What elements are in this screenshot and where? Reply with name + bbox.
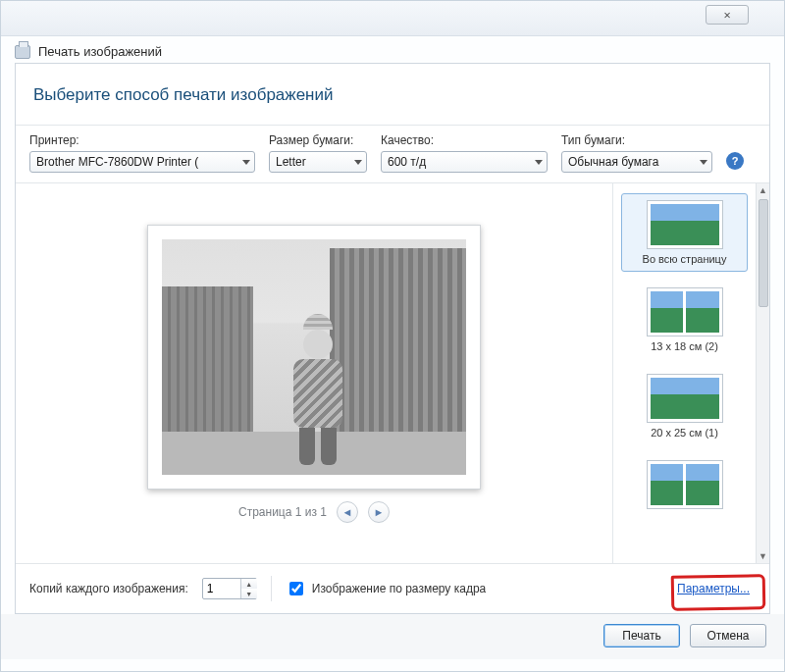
fit-frame-checkbox[interactable]: Изображение по размеру кадра [286,579,486,598]
photo-preview [162,239,466,475]
bottom-row: Копий каждого изображения: ▲ ▼ Изображен… [16,564,769,613]
options-row: Принтер: Brother MFC-7860DW Printer ( Ра… [16,126,769,183]
layout-thumb [647,374,723,423]
prev-page-button[interactable]: ◄ [337,501,358,523]
middle-area: Страница 1 из 1 ◄ ► Во всю страницу13 x … [16,183,769,564]
layouts-sidebar: Во всю страницу13 x 18 см (2)20 x 25 см … [612,183,769,563]
layout-thumb [647,460,723,509]
close-icon: ✕ [723,8,730,22]
chevron-down-icon [354,160,362,165]
printer-label: Принтер: [29,133,255,147]
layout-option[interactable] [621,454,748,519]
layout-option[interactable]: Во всю страницу [621,193,748,272]
paper-size-label: Размер бумаги: [269,133,367,147]
fit-frame-label: Изображение по размеру кадра [312,582,486,595]
printer-select[interactable]: Brother MFC-7860DW Printer ( [29,151,255,173]
copies-spinner[interactable]: ▲ ▼ [202,578,257,599]
scroll-thumb[interactable] [759,199,768,307]
layout-label: 20 x 25 см (1) [651,427,718,439]
paper-type-label: Тип бумаги: [561,133,712,147]
copies-down-button[interactable]: ▼ [241,589,257,598]
scroll-up-icon[interactable]: ▲ [757,183,769,197]
page-heading: Выберите способ печати изображений [16,64,769,126]
fit-frame-input[interactable] [289,582,303,595]
window-title: Печать изображений [38,44,162,59]
titlebar: ✕ [1,1,784,36]
print-pictures-dialog: ✕ Печать изображений Выберите способ печ… [0,0,785,672]
page-nav-text: Страница 1 из 1 [238,505,327,519]
help-icon[interactable]: ? [726,152,744,170]
layout-thumb [647,287,723,336]
printer-icon [15,45,30,59]
copies-up-button[interactable]: ▲ [241,579,257,589]
layout-label: Во всю страницу [643,253,727,265]
title-row: Печать изображений [1,36,784,63]
next-page-button[interactable]: ► [368,501,390,523]
dialog-buttons: Печать Отмена [1,614,784,659]
scroll-down-icon[interactable]: ▼ [757,549,769,563]
main-panel: Выберите способ печати изображений Принт… [15,63,770,614]
layout-thumb [647,200,723,249]
paper-type-value: Обычная бумага [568,155,658,169]
quality-label: Качество: [381,133,548,147]
preview-area: Страница 1 из 1 ◄ ► [16,183,612,563]
layout-option[interactable]: 20 x 25 см (1) [621,368,748,444]
print-button[interactable]: Печать [603,624,680,647]
paper-size-select[interactable]: Letter [269,151,367,173]
layout-label: 13 x 18 см (2) [651,340,718,352]
paper-size-value: Letter [276,155,306,169]
page-preview [147,225,481,490]
scrollbar[interactable]: ▲ ▼ [756,183,769,563]
quality-select[interactable]: 600 т/д [381,151,548,173]
chevron-down-icon [242,160,250,165]
chevron-down-icon [535,160,543,165]
divider [271,576,272,601]
copies-input[interactable] [203,582,240,595]
chevron-down-icon [700,160,707,165]
quality-value: 600 т/д [388,155,426,169]
copies-label: Копий каждого изображения: [29,582,188,595]
paper-type-select[interactable]: Обычная бумага [561,151,712,173]
layout-option[interactable]: 13 x 18 см (2) [621,282,748,358]
options-link[interactable]: Параметры... [677,582,750,595]
window-close-button[interactable]: ✕ [706,5,749,25]
cancel-button[interactable]: Отмена [690,624,766,647]
printer-value: Brother MFC-7860DW Printer ( [36,155,198,169]
page-nav: Страница 1 из 1 ◄ ► [238,501,390,523]
